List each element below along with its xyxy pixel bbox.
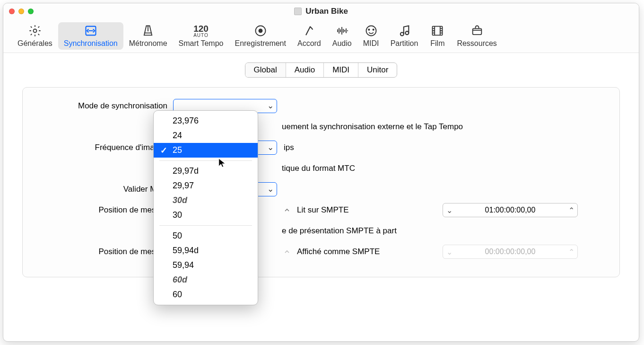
- framerate-option[interactable]: 60d: [154, 273, 258, 287]
- toolbar-smarttempo[interactable]: 120AUTOSmart Tempo: [173, 22, 229, 50]
- framerate-option[interactable]: 50: [154, 229, 258, 243]
- toolbar-accord[interactable]: Accord: [292, 22, 327, 50]
- toolbar-label: Enregistrement: [235, 39, 286, 48]
- label-auto-mtc-format: tique du format MTC: [282, 164, 355, 173]
- label-validate-mtc: Valider MTC: [36, 185, 173, 194]
- framerate-option[interactable]: 25: [154, 143, 258, 158]
- framerate-option[interactable]: 24: [154, 128, 258, 143]
- toolbar-partition[interactable]: Partition: [385, 22, 424, 50]
- midi-icon: [363, 24, 379, 37]
- tab-unitor[interactable]: Unitor: [358, 63, 397, 77]
- toolbar-label: Smart Tempo: [179, 39, 224, 48]
- toolbar-label: Audio: [332, 39, 352, 48]
- zoom-window-button[interactable]: [28, 9, 34, 14]
- minimize-window-button[interactable]: [18, 9, 24, 14]
- enregistrement-icon: [252, 24, 269, 37]
- label-frame-rate: Fréquence d'images: [36, 143, 173, 152]
- toolbar-label: Accord: [297, 39, 321, 48]
- svg-rect-10: [472, 28, 481, 35]
- tab-audio[interactable]: Audio: [286, 63, 324, 77]
- document-icon: [294, 8, 302, 15]
- framerate-option[interactable]: 59,94: [154, 258, 258, 273]
- titlebar: Urban Bike: [3, 3, 639, 19]
- label-bar-position-2: Position de mesure: [36, 247, 173, 257]
- preferences-window: Urban Bike GénéralesSynchronisationMétro…: [3, 3, 639, 342]
- toolbar-label: Synchronisation: [64, 39, 118, 48]
- ressources-icon: [469, 24, 485, 37]
- toolbar-audio[interactable]: Audio: [327, 22, 357, 50]
- toolbar-label: Ressources: [457, 39, 496, 48]
- svg-point-0: [33, 29, 36, 33]
- toolbar-label: Générales: [17, 39, 52, 48]
- chevron-up-icon: [284, 207, 290, 213]
- chevron-up-icon: [284, 249, 290, 255]
- preferences-toolbar: GénéralesSynchronisationMétronome120AUTO…: [3, 19, 639, 53]
- toolbar-synchronisation[interactable]: Synchronisation: [58, 22, 123, 50]
- close-window-button[interactable]: [9, 9, 15, 14]
- label-fps: ips: [284, 143, 294, 152]
- toolbar-metronome[interactable]: Métronome: [123, 22, 173, 50]
- smpte-value-1[interactable]: 01:00:00:00,00: [455, 206, 565, 214]
- partition-icon: [396, 24, 412, 37]
- traffic-lights: [9, 9, 34, 14]
- svg-point-8: [405, 31, 409, 35]
- label-reads-smpte: Lit sur SMPTE: [297, 205, 349, 215]
- audio-icon: [334, 24, 350, 37]
- global-sync-panel: Mode de synchronisation uement la synchr…: [22, 87, 620, 277]
- label-bar-position-1: Position de mesure: [36, 205, 173, 215]
- svg-point-5: [368, 29, 369, 30]
- svg-point-7: [400, 33, 404, 36]
- tab-midi[interactable]: MIDI: [324, 63, 358, 77]
- smpte-stepper-2: ⌄ 00:00:00:00,00 ⌃: [443, 245, 578, 259]
- svg-point-4: [366, 26, 376, 36]
- toolbar-generales[interactable]: Générales: [12, 22, 58, 50]
- accord-icon: [301, 24, 317, 37]
- framerate-option[interactable]: 29,97: [154, 178, 258, 193]
- smpte-value-2: 00:00:00:00,00: [455, 248, 565, 256]
- chevron-up-icon: ⌃: [565, 248, 577, 257]
- menu-divider: [159, 225, 252, 226]
- toolbar-label: MIDI: [363, 39, 379, 48]
- framerate-option[interactable]: 23,976: [154, 114, 258, 128]
- window-title: Urban Bike: [305, 7, 348, 16]
- sync-sub-tabs: GlobalAudioMIDIUnitor: [245, 62, 398, 78]
- framerate-option[interactable]: 59,94d: [154, 243, 258, 258]
- synchronisation-icon: [83, 24, 99, 37]
- menu-divider: [159, 160, 252, 161]
- framerate-option[interactable]: 29,97d: [154, 164, 258, 178]
- toolbar-midi[interactable]: MIDI: [357, 22, 385, 50]
- toolbar-label: Partition: [391, 39, 418, 48]
- label-auto-external-sync: uement la synchronisation externe et le …: [282, 122, 463, 132]
- smarttempo-icon: 120AUTO: [193, 24, 209, 37]
- label-sync-mode: Mode de synchronisation: [36, 101, 173, 111]
- toolbar-film[interactable]: Film: [424, 22, 451, 50]
- label-shown-as-smpte: Affiché comme SMPTE: [297, 247, 380, 257]
- chevron-up-icon[interactable]: ⌃: [565, 206, 577, 215]
- generales-icon: [27, 24, 43, 37]
- toolbar-ressources[interactable]: Ressources: [451, 22, 502, 50]
- smpte-stepper-1[interactable]: ⌄ 01:00:00:00,00 ⌃: [443, 203, 578, 217]
- svg-point-3: [259, 29, 262, 33]
- framerate-option[interactable]: 60: [154, 287, 258, 302]
- label-separate-smpte-view: e de présentation SMPTE à part: [282, 226, 397, 236]
- metronome-icon: [140, 24, 156, 37]
- framerate-option[interactable]: 30: [154, 208, 258, 222]
- tab-global[interactable]: Global: [245, 63, 286, 77]
- chevron-down-icon: ⌄: [443, 248, 455, 257]
- svg-point-6: [373, 29, 374, 30]
- toolbar-label: Film: [430, 39, 444, 48]
- toolbar-label: Métronome: [129, 39, 167, 48]
- frame-rate-menu[interactable]: 23,976242529,97d29,9730d305059,94d59,946…: [153, 110, 258, 305]
- toolbar-enregistrement[interactable]: Enregistrement: [229, 22, 292, 50]
- film-icon: [429, 24, 445, 37]
- framerate-option[interactable]: 30d: [154, 193, 258, 208]
- chevron-down-icon[interactable]: ⌄: [443, 206, 455, 215]
- content-area: GlobalAudioMIDIUnitor Mode de synchronis…: [3, 53, 639, 287]
